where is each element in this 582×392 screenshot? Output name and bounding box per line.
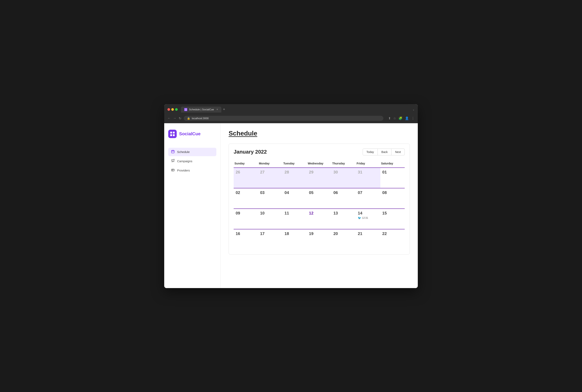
sidebar-item-providers-label: Providers [177, 169, 190, 172]
day-cell-10[interactable]: 10 [258, 209, 282, 229]
day-cell-19[interactable]: 19 [307, 229, 331, 250]
schedule-icon [171, 150, 175, 154]
calendar-week-4: 16 17 18 19 20 21 22 [234, 229, 405, 250]
minimize-button[interactable] [171, 108, 174, 111]
day-cell-22[interactable]: 22 [380, 229, 405, 250]
calendar-event[interactable]: 🐦 12:31 [358, 216, 378, 220]
day-cell-06[interactable]: 06 [332, 188, 356, 209]
day-cell-14[interactable]: 14 🐦 12:31 [356, 209, 380, 229]
day-cell-28[interactable]: 28 [282, 168, 307, 188]
sidebar-item-schedule[interactable]: Schedule [168, 148, 216, 156]
twitter-icon: 🐦 [358, 216, 361, 220]
forward-nav-button[interactable]: → [173, 116, 176, 120]
address-bar: ← → ↻ 🔒 localhost:3000 ⬆ ☆ 🧩 👤 ⋮ [164, 114, 418, 123]
sidebar-item-schedule-label: Schedule [177, 150, 190, 154]
url-field[interactable]: 🔒 localhost:3000 [184, 116, 383, 121]
page-title: Schedule [229, 130, 410, 137]
browser-titlebar: Schedule | SocialCue ✕ + ⌄ [164, 104, 418, 114]
day-cell-21[interactable]: 21 [356, 229, 380, 250]
day-cell-01[interactable]: 01 [380, 168, 405, 188]
logo-text: SocialCue [179, 131, 200, 136]
day-cell-09[interactable]: 09 [234, 209, 258, 229]
day-cell-29[interactable]: 29 [307, 168, 331, 188]
sidebar-item-campaigns[interactable]: Campaigns [168, 157, 216, 166]
share-icon[interactable]: ⬆ [388, 116, 391, 120]
bookmark-icon[interactable]: ☆ [393, 116, 396, 120]
browser-chrome: Schedule | SocialCue ✕ + ⌄ ← → ↻ 🔒 local… [164, 104, 418, 123]
logo-icon [168, 130, 177, 138]
calendar-month: January 2022 [234, 149, 267, 155]
day-cell-05[interactable]: 05 [307, 188, 331, 209]
maximize-button[interactable] [175, 108, 178, 111]
traffic-lights [167, 108, 178, 111]
day-cell-07[interactable]: 07 [356, 188, 380, 209]
day-cell-08[interactable]: 08 [380, 188, 405, 209]
svg-rect-3 [186, 110, 187, 110]
extensions-icon[interactable]: 🧩 [398, 116, 403, 120]
day-cell-02[interactable]: 02 [234, 188, 258, 209]
day-cell-27[interactable]: 27 [258, 168, 282, 188]
back-nav-button[interactable]: ← [167, 116, 171, 120]
tab-bar: Schedule | SocialCue ✕ + ⌄ [181, 106, 415, 112]
day-cell-04[interactable]: 04 [282, 188, 307, 209]
profile-icon[interactable]: 👤 [405, 116, 409, 120]
browser-window: Schedule | SocialCue ✕ + ⌄ ← → ↻ 🔒 local… [164, 104, 418, 288]
svg-rect-1 [186, 108, 187, 109]
url-text: localhost:3000 [192, 117, 209, 120]
day-cell-13[interactable]: 13 [332, 209, 356, 229]
main-content: Schedule January 2022 Today Back Next Su [220, 123, 418, 288]
calendar-table: Sunday Monday Tuesday Wednesday Thursday… [234, 160, 405, 250]
col-monday: Monday [258, 160, 282, 168]
day-cell-11[interactable]: 11 [282, 209, 307, 229]
tab-expand-icon[interactable]: ⌄ [413, 108, 415, 111]
calendar-header-row: Sunday Monday Tuesday Wednesday Thursday… [234, 160, 405, 168]
svg-rect-2 [185, 110, 186, 110]
day-cell-15[interactable]: 15 [380, 209, 405, 229]
day-cell-20[interactable]: 20 [332, 229, 356, 250]
back-button[interactable]: Back [378, 148, 391, 156]
svg-rect-14 [171, 169, 174, 171]
active-tab[interactable]: Schedule | SocialCue ✕ [181, 106, 221, 112]
svg-rect-4 [170, 132, 172, 134]
day-cell-03[interactable]: 03 [258, 188, 282, 209]
tab-favicon [184, 108, 187, 111]
event-time: 12:31 [362, 216, 368, 219]
next-button[interactable]: Next [391, 148, 405, 156]
day-cell-16[interactable]: 16 [234, 229, 258, 250]
day-cell-31[interactable]: 31 [356, 168, 380, 188]
browser-toolbar: ⬆ ☆ 🧩 👤 ⋮ [388, 116, 415, 120]
col-wednesday: Wednesday [307, 160, 331, 168]
tab-close-icon[interactable]: ✕ [216, 108, 218, 111]
new-tab-button[interactable]: + [223, 107, 225, 112]
svg-line-13 [173, 160, 173, 161]
sidebar-nav: Schedule Campaigns [168, 148, 216, 175]
svg-rect-5 [173, 132, 175, 134]
day-cell-30[interactable]: 30 [332, 168, 356, 188]
day-cell-18[interactable]: 18 [282, 229, 307, 250]
calendar-nav: Today Back Next [363, 148, 405, 156]
calendar-container: January 2022 Today Back Next Sunday Mond… [229, 144, 410, 254]
svg-rect-7 [173, 134, 175, 136]
tab-title: Schedule | SocialCue [189, 108, 214, 111]
today-button[interactable]: Today [363, 148, 378, 156]
day-cell-26[interactable]: 26 [234, 168, 258, 188]
day-cell-17[interactable]: 17 [258, 229, 282, 250]
sidebar-item-campaigns-label: Campaigns [177, 160, 192, 163]
page-content: SocialCue Schedule [164, 123, 418, 288]
calendar-week-3: 09 10 11 12 13 14 🐦 12:31 [234, 209, 405, 229]
col-sunday: Sunday [234, 160, 258, 168]
sidebar: SocialCue Schedule [164, 123, 220, 288]
col-friday: Friday [356, 160, 380, 168]
col-tuesday: Tuesday [282, 160, 307, 168]
calendar-week-2: 02 03 04 05 06 07 08 [234, 188, 405, 209]
sidebar-item-providers[interactable]: Providers [168, 166, 216, 175]
close-button[interactable] [167, 108, 170, 111]
reload-button[interactable]: ↻ [179, 116, 181, 120]
logo-area: SocialCue [168, 130, 216, 138]
campaigns-icon [171, 159, 175, 164]
svg-rect-6 [170, 134, 172, 136]
menu-icon[interactable]: ⋮ [411, 116, 415, 120]
providers-icon [171, 168, 175, 173]
day-cell-12-today[interactable]: 12 [307, 209, 331, 229]
calendar-week-1: 26 27 28 29 30 31 01 [234, 168, 405, 188]
